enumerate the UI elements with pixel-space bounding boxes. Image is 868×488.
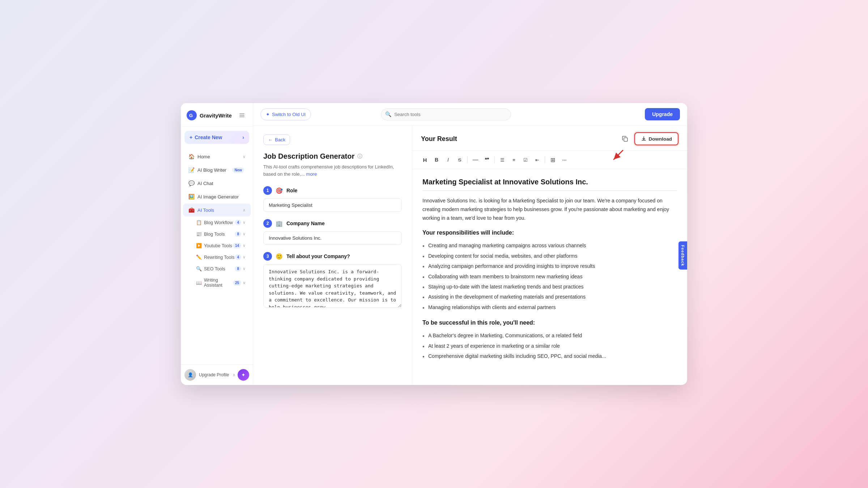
step-3-number: 3 xyxy=(263,252,272,261)
svg-rect-4 xyxy=(239,117,244,117)
sidebar: G GravityWrite + Create New › 🏠 xyxy=(181,103,253,385)
tool-description: This AI-tool crafts comprehensive job de… xyxy=(263,163,402,177)
rewriting-tools-badge: 4 xyxy=(235,254,241,260)
sidebar-item-rewriting-tools[interactable]: ✏️ Rewriting Tools 4 ∨ xyxy=(183,252,251,263)
step-company-text: Company Name xyxy=(286,221,325,226)
feedback-tab-container: Feedback xyxy=(678,241,687,270)
back-arrow-icon: ← xyxy=(268,137,273,142)
rewriting-tools-icon: ✏️ xyxy=(196,254,202,260)
ai-tools-chevron-icon: ∧ xyxy=(243,208,246,213)
seo-tools-icon: 🔍 xyxy=(196,266,202,271)
download-icon xyxy=(641,136,647,142)
result-title: Your Result xyxy=(421,135,457,143)
result-doc-title: Marketing Specialist at Innovative Solut… xyxy=(422,178,677,191)
result-header: Your Result xyxy=(412,126,687,151)
back-button[interactable]: ← Back xyxy=(263,134,290,145)
switch-ui-button[interactable]: ✦ Switch to Old UI xyxy=(260,108,311,120)
rewriting-tools-chevron-icon: ∨ xyxy=(243,255,246,260)
sidebar-toggle-button[interactable] xyxy=(237,110,247,120)
sidebar-item-ai-chat[interactable]: 💬 AI Chat xyxy=(183,177,251,190)
sidebar-item-blog-workflow-label: Blog Workflow xyxy=(204,220,233,225)
upgrade-button[interactable]: Upgrade xyxy=(645,108,680,120)
feedback-button[interactable]: Feedback xyxy=(678,241,687,270)
user-chevron-icon[interactable]: ∧ xyxy=(233,373,235,377)
ai-blog-writer-icon: 📝 xyxy=(188,167,195,173)
youtube-tools-badge: 14 xyxy=(233,243,241,248)
toolbar-hr-button[interactable]: — xyxy=(470,154,481,165)
create-new-button[interactable]: + Create New › xyxy=(184,131,249,144)
gravitywrite-logo-icon: G xyxy=(187,110,197,120)
toolbar-checkbox-button[interactable]: ☑ xyxy=(520,154,531,165)
step-1-number: 1 xyxy=(263,186,272,195)
svg-text:G: G xyxy=(189,113,193,118)
youtube-tools-chevron-icon: ∨ xyxy=(243,243,246,248)
ai-chat-icon: 💬 xyxy=(188,180,195,187)
form-step-about: 3 🙂 Tell about your Company? Innovative … xyxy=(263,252,402,309)
copy-button[interactable] xyxy=(619,133,631,145)
toolbar-quote-button[interactable]: ❝❞ xyxy=(481,154,492,165)
sidebar-item-home[interactable]: 🏠 Home ∨ xyxy=(183,150,251,163)
nav-section: 🏠 Home ∨ 📝 AI Blog Writer New 💬 AI Chat … xyxy=(181,148,253,292)
sidebar-item-ai-tools-label: AI Tools xyxy=(197,207,243,213)
toolbar-bold-button[interactable]: B xyxy=(431,154,442,165)
sidebar-item-youtube-tools[interactable]: ▶️ Youtube Tools 14 ∨ xyxy=(183,240,251,251)
sidebar-item-seo-tools[interactable]: 🔍 SEO Tools 8 ∨ xyxy=(183,263,251,274)
sidebar-item-ai-blog-writer-label: AI Blog Writer xyxy=(197,167,232,173)
form-step-company: 2 🏢 Company Name xyxy=(263,219,402,245)
logo-area: G GravityWrite xyxy=(187,110,232,120)
sidebar-item-ai-tools[interactable]: 🧰 AI Tools ∧ xyxy=(183,204,251,217)
more-link[interactable]: more xyxy=(306,171,317,177)
sidebar-item-ai-image-generator[interactable]: 🖼️ AI Image Generator xyxy=(183,190,251,203)
switch-ui-star-icon: ✦ xyxy=(266,112,270,117)
content-panels: ← Back Job Description Generator ⓘ This … xyxy=(253,126,687,385)
role-input[interactable] xyxy=(263,198,402,212)
svg-rect-3 xyxy=(239,115,244,116)
toolbar-strikethrough-button[interactable]: S xyxy=(454,154,465,165)
toolbar-more-button[interactable]: ··· xyxy=(559,154,570,165)
youtube-tools-icon: ▶️ xyxy=(196,243,202,248)
form-panel: ← Back Job Description Generator ⓘ This … xyxy=(253,126,412,385)
home-icon: 🏠 xyxy=(188,153,195,160)
topbar: ✦ Switch to Old UI 🔍 Upgrade xyxy=(253,103,687,126)
create-new-label: Create New xyxy=(195,134,222,140)
sidebar-item-blog-tools[interactable]: 📰 Blog Tools 8 ∨ xyxy=(183,228,251,240)
main-content: ✦ Switch to Old UI 🔍 Upgrade ← Back Job … xyxy=(253,103,687,385)
download-button[interactable]: Download xyxy=(634,132,679,145)
seo-tools-badge: 8 xyxy=(235,266,241,271)
toolbar-ordered-list-button[interactable]: ≡ xyxy=(509,154,519,165)
sidebar-item-writing-assistant[interactable]: 📖 Writing Assistant 25 ∨ xyxy=(183,275,251,291)
ai-assistant-icon[interactable]: ✦ xyxy=(238,369,249,381)
company-name-input[interactable] xyxy=(263,231,402,245)
list-item: Collaborating with team members to brain… xyxy=(422,271,677,282)
sidebar-item-blog-workflow[interactable]: 📋 Blog Workflow 4 ∨ xyxy=(183,217,251,228)
blog-tools-icon: 📰 xyxy=(196,231,202,237)
toolbar-heading-button[interactable]: H xyxy=(420,154,430,165)
result-intro: Innovative Solutions Inc. is looking for… xyxy=(422,197,677,222)
sidebar-header: G GravityWrite xyxy=(181,103,253,127)
writing-assistant-badge: 25 xyxy=(233,280,241,286)
sidebar-item-ai-blog-writer[interactable]: 📝 AI Blog Writer New xyxy=(183,163,251,176)
step-about-label: 3 🙂 Tell about your Company? xyxy=(263,252,402,261)
seo-tools-chevron-icon: ∨ xyxy=(243,266,246,271)
toolbar-table-button[interactable]: ⊞ xyxy=(547,154,558,165)
toolbar-outdent-button[interactable]: ⇤ xyxy=(532,154,542,165)
search-input[interactable] xyxy=(381,108,511,120)
toolbar-bullet-list-button[interactable]: ☰ xyxy=(497,154,508,165)
sidebar-item-seo-tools-label: SEO Tools xyxy=(204,266,225,271)
blog-tools-badge: 8 xyxy=(235,231,241,237)
user-info: 👤 Upgrade Profile xyxy=(184,369,233,381)
sidebar-item-writing-assistant-label: Writing Assistant xyxy=(204,278,233,288)
toolbar-divider-2 xyxy=(494,156,495,163)
toolbar-italic-button[interactable]: I xyxy=(443,154,454,165)
result-list-1: Creating and managing marketing campaign… xyxy=(422,240,677,312)
app-name: GravityWrite xyxy=(200,112,232,119)
home-chevron-icon: ∨ xyxy=(243,154,246,159)
blog-tools-chevron-icon: ∨ xyxy=(243,232,246,236)
list-item: At least 2 years of experience in market… xyxy=(422,341,677,351)
company-about-textarea[interactable]: Innovative Solutions Inc. is a forward-t… xyxy=(263,264,402,308)
list-item: Managing relationships with clients and … xyxy=(422,302,677,312)
download-label: Download xyxy=(649,136,672,142)
create-new-plus-icon: + xyxy=(190,134,192,140)
sidebar-footer: 👤 Upgrade Profile ∧ ✦ xyxy=(181,364,253,385)
sidebar-item-rewriting-tools-label: Rewriting Tools xyxy=(204,255,235,260)
